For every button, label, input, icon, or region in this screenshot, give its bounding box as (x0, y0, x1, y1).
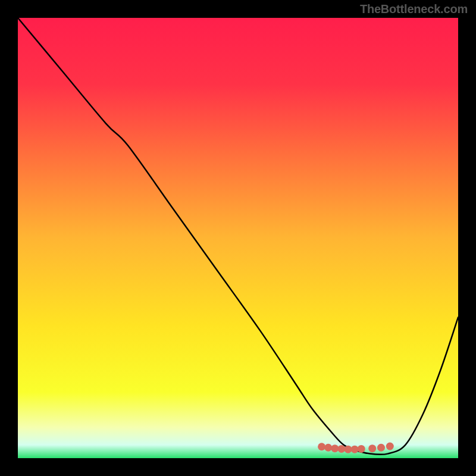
marker-point (386, 443, 394, 450)
marker-point (337, 445, 345, 453)
chart-container: TheBottleneck.com (0, 0, 476, 476)
marker-point (358, 445, 365, 453)
bottleneck-chart (0, 0, 476, 476)
marker-point (351, 446, 359, 453)
watermark: TheBottleneck.com (360, 2, 468, 16)
plot-background (18, 18, 458, 458)
marker-point (318, 443, 325, 450)
marker-point (345, 446, 352, 453)
marker-point (368, 444, 376, 452)
marker-point (377, 444, 385, 452)
marker-point (331, 444, 339, 452)
marker-point (324, 444, 332, 452)
